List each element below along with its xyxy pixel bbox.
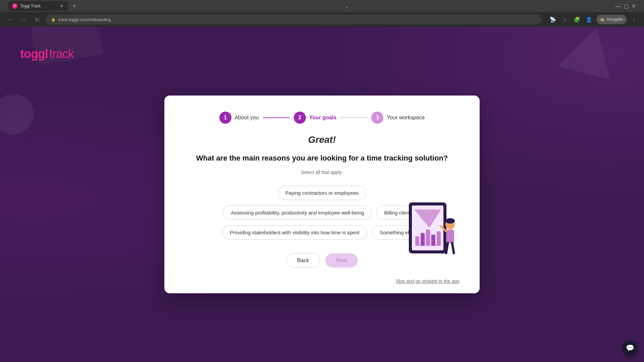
svg-rect-10 [446,230,454,243]
svg-point-14 [445,218,455,224]
step-1-circle: 1 [219,112,231,124]
step-1: 1 About you [219,112,259,124]
svg-line-13 [452,243,454,253]
close-window-button[interactable]: ✕ [632,3,636,9]
modal-question: What are the main reasons you are lookin… [184,153,460,164]
step-3-number: 3 [376,115,379,121]
option-contractors[interactable]: Paying contractors or employees [278,186,366,200]
options-row-2: Assessing profitability, productivity an… [223,205,421,220]
chat-widget-button[interactable]: 💬 [623,341,637,355]
step-connector-1 [263,117,290,118]
modal-title: Great! [184,134,460,145]
url-display: track.toggl.com/onboarding [58,17,111,22]
cast-button[interactable]: 📡 [548,15,557,24]
forward-button[interactable]: → [19,15,28,24]
back-button[interactable]: Back [286,253,320,268]
svg-rect-6 [426,230,430,246]
browser-actions: 📡 ☆ 🧩 👤 🕵 Incognito ⋮ [548,15,639,24]
tab-bar: T Toggl Track ✕ + ⌄ — ▢ ✕ [0,0,644,12]
option-stakeholders[interactable]: Providing stakeholders with visibility i… [222,225,367,240]
incognito-icon: 🕵 [600,17,605,22]
lock-icon: 🔒 [51,17,56,22]
modal-overlay: 1 About you 2 Your goals 3 Your workspac… [0,27,644,362]
skip-link[interactable]: Skip and go straight to the app [396,279,460,284]
svg-rect-8 [437,231,441,246]
option-profitability[interactable]: Assessing profitability, productivity an… [223,205,372,220]
tab-close-button[interactable]: ✕ [59,3,64,9]
bookmark-button[interactable]: ☆ [560,15,570,24]
new-tab-button[interactable]: + [70,1,79,11]
tab-list-button[interactable]: ⌄ [344,2,351,10]
profile-button[interactable]: 👤 [584,15,594,24]
step-connector-2 [340,117,367,118]
browser-chrome: T Toggl Track ✕ + ⌄ — ▢ ✕ ← → ↻ 🔒 track.… [0,0,644,27]
next-button[interactable]: Next [325,253,358,267]
options-row-1: Paying contractors or employees [278,186,366,200]
browser-tab-active[interactable]: T Toggl Track ✕ [8,1,68,11]
incognito-indicator: 🕵 Incognito [596,15,627,24]
step-2: 2 Your goals [294,112,337,124]
step-1-label: About you [235,115,259,121]
svg-line-12 [446,243,448,253]
chat-icon: 💬 [626,344,634,352]
tab-title: Toggl Track [20,4,56,8]
minimize-button[interactable]: — [615,3,621,10]
step-3: 3 Your workspace [371,112,425,124]
step-2-circle: 2 [294,112,306,124]
options-row-3: Providing stakeholders with visibility i… [222,225,422,240]
svg-rect-5 [421,233,425,246]
onboarding-modal: 1 About you 2 Your goals 3 Your workspac… [164,96,480,293]
step-3-label: Your workspace [387,115,425,121]
step-2-label: Your goals [309,115,337,121]
reload-button[interactable]: ↻ [32,15,42,24]
back-button[interactable]: ← [5,15,15,24]
svg-rect-7 [431,235,435,246]
tab-favicon: T [12,3,17,9]
illustration [396,199,463,260]
step-2-number: 2 [298,115,301,121]
address-bar: ← → ↻ 🔒 track.toggl.com/onboarding 📡 ☆ 🧩… [0,12,644,27]
step-3-circle: 3 [371,112,383,124]
modal-subtitle: Select all that apply: [184,170,460,175]
address-input[interactable]: 🔒 track.toggl.com/onboarding [46,14,541,24]
step-1-number: 1 [224,115,227,121]
svg-rect-4 [415,236,419,246]
stepper: 1 About you 2 Your goals 3 Your workspac… [184,112,460,124]
menu-button[interactable]: ⋮ [629,15,639,24]
extension-button[interactable]: 🧩 [572,15,582,24]
incognito-label: Incognito [607,17,623,22]
maximize-button[interactable]: ▢ [624,3,629,9]
